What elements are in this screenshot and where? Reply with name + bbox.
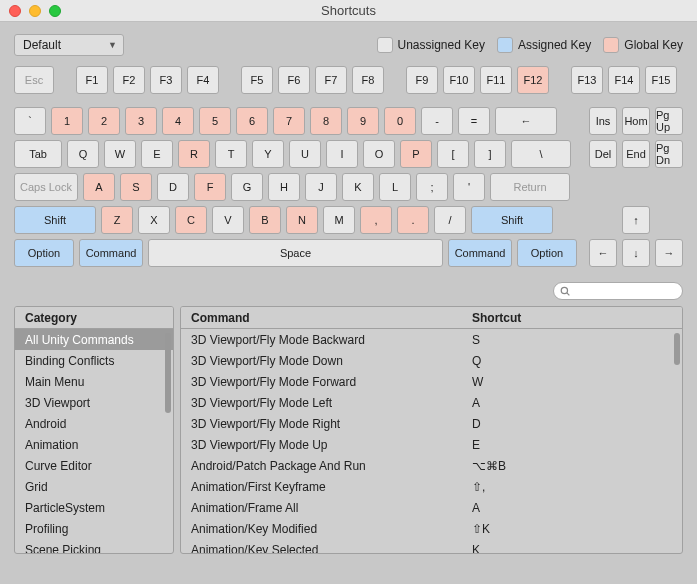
key-shift[interactable]: Shift (471, 206, 553, 234)
command-item[interactable]: Animation/Key SelectedK (181, 539, 682, 553)
command-item[interactable]: Android/Patch Package And Run⌥⌘B (181, 455, 682, 476)
key-option[interactable]: Option (14, 239, 74, 267)
key--[interactable]: ↑ (622, 206, 650, 234)
command-item[interactable]: Animation/Frame AllA (181, 497, 682, 518)
key-esc[interactable]: Esc (14, 66, 54, 94)
key-6[interactable]: 6 (236, 107, 268, 135)
key-f10[interactable]: F10 (443, 66, 475, 94)
key-y[interactable]: Y (252, 140, 284, 168)
scrollbar[interactable] (165, 333, 171, 413)
key-7[interactable]: 7 (273, 107, 305, 135)
key-z[interactable]: Z (101, 206, 133, 234)
key-2[interactable]: 2 (88, 107, 120, 135)
key-f9[interactable]: F9 (406, 66, 438, 94)
category-item[interactable]: 3D Viewport (15, 392, 173, 413)
key-a[interactable]: A (83, 173, 115, 201)
key-r[interactable]: R (178, 140, 210, 168)
key-pg-up[interactable]: Pg Up (655, 107, 683, 135)
category-item[interactable]: Grid (15, 476, 173, 497)
category-item[interactable]: Profiling (15, 518, 173, 539)
key-caps-lock[interactable]: Caps Lock (14, 173, 78, 201)
category-item[interactable]: Animation (15, 434, 173, 455)
key-3[interactable]: 3 (125, 107, 157, 135)
key-u[interactable]: U (289, 140, 321, 168)
category-item[interactable]: Scene Picking (15, 539, 173, 553)
key-w[interactable]: W (104, 140, 136, 168)
key-shift[interactable]: Shift (14, 206, 96, 234)
key-f5[interactable]: F5 (241, 66, 273, 94)
key-pg-dn[interactable]: Pg Dn (655, 140, 683, 168)
key-0[interactable]: 0 (384, 107, 416, 135)
key-p[interactable]: P (400, 140, 432, 168)
profile-select[interactable]: Default ▼ (14, 34, 124, 56)
category-item[interactable]: Curve Editor (15, 455, 173, 476)
key-f13[interactable]: F13 (571, 66, 603, 94)
command-item[interactable]: 3D Viewport/Fly Mode RightD (181, 413, 682, 434)
category-item[interactable]: Binding Conflicts (15, 350, 173, 371)
key--[interactable]: . (397, 206, 429, 234)
command-item[interactable]: Animation/Key Modified⇧K (181, 518, 682, 539)
key--[interactable]: [ (437, 140, 469, 168)
key-end[interactable]: End (622, 140, 650, 168)
key-8[interactable]: 8 (310, 107, 342, 135)
zoom-icon[interactable] (49, 5, 61, 17)
category-item[interactable]: Android (15, 413, 173, 434)
key-f[interactable]: F (194, 173, 226, 201)
key-x[interactable]: X (138, 206, 170, 234)
key--[interactable]: - (421, 107, 453, 135)
key-return[interactable]: Return (490, 173, 570, 201)
key-tab[interactable]: Tab (14, 140, 62, 168)
command-item[interactable]: 3D Viewport/Fly Mode LeftA (181, 392, 682, 413)
key-f2[interactable]: F2 (113, 66, 145, 94)
key-n[interactable]: N (286, 206, 318, 234)
key-e[interactable]: E (141, 140, 173, 168)
key-g[interactable]: G (231, 173, 263, 201)
scrollbar[interactable] (674, 333, 680, 365)
key--[interactable]: ] (474, 140, 506, 168)
key--[interactable]: , (360, 206, 392, 234)
key-1[interactable]: 1 (51, 107, 83, 135)
key--[interactable]: ← (495, 107, 557, 135)
key-q[interactable]: Q (67, 140, 99, 168)
key-i[interactable]: I (326, 140, 358, 168)
key--[interactable]: / (434, 206, 466, 234)
category-item[interactable]: All Unity Commands (15, 329, 173, 350)
minimize-icon[interactable] (29, 5, 41, 17)
command-item[interactable]: Animation/First Keyframe⇧, (181, 476, 682, 497)
command-item[interactable]: 3D Viewport/Fly Mode BackwardS (181, 329, 682, 350)
key-l[interactable]: L (379, 173, 411, 201)
key--[interactable]: ` (14, 107, 46, 135)
key-f1[interactable]: F1 (76, 66, 108, 94)
close-icon[interactable] (9, 5, 21, 17)
key-t[interactable]: T (215, 140, 247, 168)
key-f11[interactable]: F11 (480, 66, 512, 94)
key-5[interactable]: 5 (199, 107, 231, 135)
key--[interactable]: ; (416, 173, 448, 201)
key-o[interactable]: O (363, 140, 395, 168)
key-k[interactable]: K (342, 173, 374, 201)
key-f8[interactable]: F8 (352, 66, 384, 94)
key-space[interactable]: Space (148, 239, 443, 267)
key-f15[interactable]: F15 (645, 66, 677, 94)
search-input[interactable] (553, 282, 683, 300)
key-f12[interactable]: F12 (517, 66, 549, 94)
key--[interactable]: ← (589, 239, 617, 267)
key-c[interactable]: C (175, 206, 207, 234)
key-hom[interactable]: Hom (622, 107, 650, 135)
key-h[interactable]: H (268, 173, 300, 201)
key--[interactable]: = (458, 107, 490, 135)
key-ins[interactable]: Ins (589, 107, 617, 135)
key-f6[interactable]: F6 (278, 66, 310, 94)
key-d[interactable]: D (157, 173, 189, 201)
key-j[interactable]: J (305, 173, 337, 201)
key-f3[interactable]: F3 (150, 66, 182, 94)
key--[interactable]: \ (511, 140, 571, 168)
key--[interactable]: → (655, 239, 683, 267)
key-f4[interactable]: F4 (187, 66, 219, 94)
command-item[interactable]: 3D Viewport/Fly Mode DownQ (181, 350, 682, 371)
command-item[interactable]: 3D Viewport/Fly Mode ForwardW (181, 371, 682, 392)
key-command[interactable]: Command (448, 239, 512, 267)
key--[interactable]: ' (453, 173, 485, 201)
key-option[interactable]: Option (517, 239, 577, 267)
key-4[interactable]: 4 (162, 107, 194, 135)
